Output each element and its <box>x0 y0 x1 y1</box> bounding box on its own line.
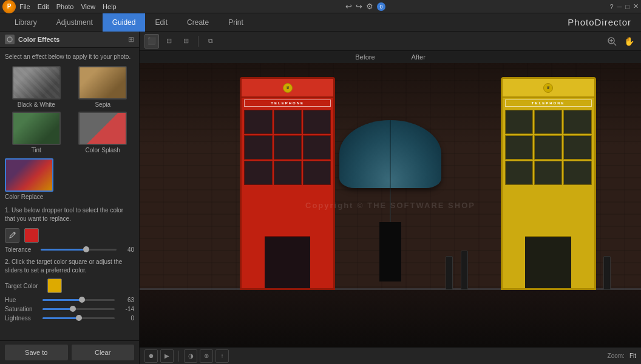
bollard-2 <box>461 251 468 291</box>
menu-help[interactable]: Help <box>103 3 117 10</box>
zoom-value: Fit <box>629 352 636 359</box>
tolerance-label: Tolerance <box>5 246 38 253</box>
umbrella-stick <box>390 188 391 222</box>
zoom-label: Zoom: <box>608 352 625 359</box>
panel-title: Color Effects <box>18 36 128 43</box>
tab-adjustment[interactable]: Adjustment <box>47 13 103 32</box>
hue-slider-thumb[interactable] <box>79 297 85 303</box>
svg-point-1 <box>14 232 16 234</box>
bollard-3 <box>603 256 611 290</box>
tab-print[interactable]: Print <box>219 13 253 32</box>
source-color-swatch[interactable] <box>24 228 39 243</box>
person-body <box>379 222 401 281</box>
tolerance-slider-track <box>41 249 117 251</box>
hue-slider-fill <box>42 299 82 301</box>
restore-icon[interactable]: □ <box>625 3 629 10</box>
lightness-value: 0 <box>117 315 134 322</box>
settings-icon[interactable]: ⚙ <box>366 2 373 11</box>
effect-tint[interactable]: Tint <box>5 112 68 153</box>
hue-label: Hue <box>5 297 40 303</box>
effect-sepia[interactable]: Sepia <box>72 66 135 108</box>
lightness-row: Lightness 0 <box>5 315 134 322</box>
redo-icon[interactable]: ↪ <box>356 2 362 11</box>
tab-create[interactable]: Create <box>177 13 219 32</box>
red-box-crown: ♛ <box>242 79 333 98</box>
panel-description: Select an effect below to apply it to yo… <box>5 53 134 61</box>
status-record-icon[interactable]: ⏺ <box>144 349 158 363</box>
panel-icon <box>5 35 15 44</box>
view-single-icon[interactable]: ⬛ <box>144 34 159 49</box>
tolerance-slider-thumb[interactable] <box>83 246 89 252</box>
photo-canvas[interactable]: ♛ TELEPHONE <box>140 63 641 347</box>
main-layout: Color Effects ⊞ Select an effect below t… <box>0 32 641 364</box>
effect-grid: Black & White Sepia Tint Color Splash <box>5 66 134 153</box>
close-icon[interactable]: ✕ <box>633 2 639 10</box>
status-contrast-icon[interactable]: ◑ <box>184 349 197 363</box>
saturation-slider-thumb[interactable] <box>70 306 76 312</box>
after-label: After <box>412 53 426 61</box>
notification-badge: 0 <box>377 2 385 11</box>
saturation-value: -14 <box>117 306 134 312</box>
color-picker-row <box>5 228 134 243</box>
view-grid-icon[interactable]: ⊞ <box>178 34 193 49</box>
menu-photo[interactable]: Photo <box>56 3 74 10</box>
undo-icon[interactable]: ↩ <box>345 2 352 11</box>
bollard-1 <box>446 256 453 290</box>
tab-guided[interactable]: Guided <box>103 13 146 32</box>
tolerance-slider-fill <box>41 249 86 251</box>
effect-thumb-replace <box>5 158 53 192</box>
effect-label-bw: Black & White <box>18 101 55 108</box>
step1-text: 1. Use below dropper tool to select the … <box>5 206 134 223</box>
saturation-label: Saturation <box>5 306 40 312</box>
status-hdr-icon[interactable]: ⊕ <box>200 349 213 363</box>
menu-edit[interactable]: Edit <box>38 3 49 10</box>
effect-color-splash[interactable]: Color Splash <box>72 112 135 153</box>
clear-button[interactable]: Clear <box>72 345 135 360</box>
app-title: PhotoDirector <box>568 17 631 27</box>
dropper-button[interactable] <box>5 228 19 243</box>
view-compare-icon[interactable]: ⧉ <box>203 34 218 49</box>
lightness-slider-fill <box>42 317 79 319</box>
lightness-slider-track <box>42 317 115 319</box>
person-umbrella <box>330 120 450 291</box>
effect-label-splash: Color Splash <box>86 147 120 153</box>
effect-label-tint: Tint <box>32 147 41 153</box>
ground <box>140 290 641 347</box>
photo-scene: ♛ TELEPHONE <box>140 63 641 347</box>
lightness-label: Lightness <box>5 315 40 322</box>
target-color-row: Target Color <box>5 278 134 293</box>
effect-thumb-sepia <box>78 66 127 99</box>
nav-tabs: Library Adjustment Guided Edit Create Pr… <box>0 13 641 32</box>
panel-export-icon[interactable]: ⊞ <box>128 35 134 44</box>
red-box-windows <box>242 109 333 186</box>
lightness-slider-thumb[interactable] <box>76 315 82 321</box>
view-split-icon[interactable]: ⊟ <box>161 34 176 49</box>
effect-black-white[interactable]: Black & White <box>5 66 68 108</box>
step2-text: 2. Click the target color square or adju… <box>5 258 134 275</box>
menu-bar: P File Edit Photo View Help ↩ ↪ ⚙ 0 ? ─ … <box>0 0 641 13</box>
svg-line-3 <box>614 43 616 46</box>
status-export-icon[interactable]: ↑ <box>215 349 229 363</box>
yellow-box-windows <box>503 109 594 186</box>
effect-thumb-bw <box>12 66 61 99</box>
tab-edit[interactable]: Edit <box>145 13 177 32</box>
help-icon[interactable]: ? <box>609 3 613 10</box>
hand-tool-icon[interactable]: ✋ <box>622 34 636 49</box>
zoom-fit-icon[interactable] <box>605 34 619 49</box>
target-color-label: Target Color <box>5 283 47 289</box>
minimize-icon[interactable]: ─ <box>617 3 622 10</box>
tab-library[interactable]: Library <box>5 13 47 32</box>
toolbar-divider-1 <box>198 36 198 47</box>
effect-color-replace[interactable]: Color Replace <box>5 158 134 200</box>
before-after-bar: Before After <box>140 51 641 63</box>
red-box-door <box>265 236 310 288</box>
save-to-button[interactable]: Save to <box>5 345 68 360</box>
panel-content: Select an effect below to apply it to yo… <box>0 48 139 340</box>
saturation-slider-fill <box>42 308 73 310</box>
menu-view[interactable]: View <box>81 3 95 10</box>
yellow-box-sign: TELEPHONE <box>505 99 592 107</box>
target-color-swatch[interactable] <box>47 278 62 293</box>
toolbar-divider-2 <box>178 351 179 362</box>
status-play-icon[interactable]: ▶ <box>160 349 174 363</box>
menu-file[interactable]: File <box>19 3 30 10</box>
